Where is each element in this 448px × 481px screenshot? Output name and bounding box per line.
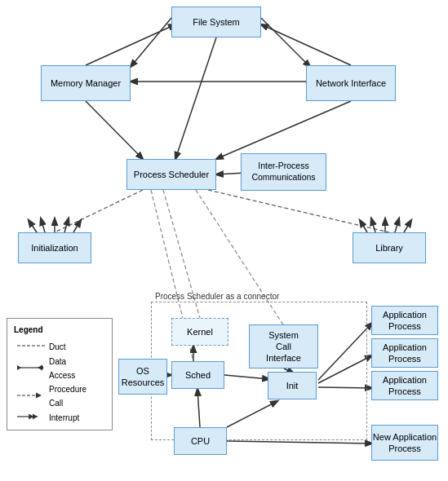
- app-process-2-box: ApplicationProcess: [371, 338, 438, 368]
- svg-line-19: [395, 218, 399, 232]
- svg-line-5: [216, 101, 351, 159]
- svg-line-12: [41, 218, 45, 232]
- diagram: File System Memory Manager Network Inter…: [0, 0, 448, 481]
- cpu-box: CPU: [174, 427, 227, 455]
- os-resources-box: OSResources: [118, 359, 167, 395]
- svg-line-9: [55, 190, 143, 232]
- legend-proc-label: ProcedureCall: [49, 382, 86, 410]
- file-system-box: File System: [171, 7, 261, 38]
- system-call-interface-box: SystemCallInterface: [249, 324, 318, 368]
- sched-box: Sched: [171, 361, 224, 389]
- svg-line-14: [64, 218, 69, 232]
- network-interface-box: Network Interface: [306, 65, 396, 101]
- svg-line-2: [261, 18, 310, 67]
- svg-line-6: [175, 38, 216, 159]
- memory-manager-box: Memory Manager: [41, 65, 131, 101]
- svg-line-10: [208, 190, 389, 232]
- library-box: Library: [353, 232, 426, 263]
- svg-line-15: [73, 220, 81, 232]
- svg-line-20: [404, 220, 411, 232]
- app-process-1-box: ApplicationProcess: [371, 306, 438, 335]
- process-scheduler-box: Process Scheduler: [126, 159, 216, 190]
- svg-line-17: [371, 218, 375, 232]
- svg-line-1: [86, 24, 175, 65]
- inter-process-box: Inter-ProcessCommunications: [241, 153, 326, 191]
- kernel-box: Kernel: [171, 318, 228, 346]
- svg-line-0: [131, 18, 171, 67]
- legend-data-label: DataAccess: [49, 355, 86, 382]
- init-box: Init: [268, 372, 317, 399]
- legend-duct-label: Duct: [49, 339, 86, 355]
- legend: Legend Duct DataAcce: [7, 318, 113, 430]
- svg-line-4: [86, 101, 143, 159]
- app-process-3-box: ApplicationProcess: [371, 371, 438, 400]
- svg-line-32: [227, 441, 372, 443]
- initialization-box: Initialization: [18, 232, 91, 263]
- svg-line-11: [29, 220, 37, 232]
- connector-label: Process Scheduler as a connector: [155, 292, 279, 301]
- legend-interrupt-label: Interrupt: [49, 410, 86, 426]
- svg-line-16: [360, 220, 367, 232]
- legend-title: Legend: [14, 323, 105, 337]
- new-app-process-box: New ApplicationProcess: [371, 425, 438, 461]
- svg-line-3: [261, 24, 351, 65]
